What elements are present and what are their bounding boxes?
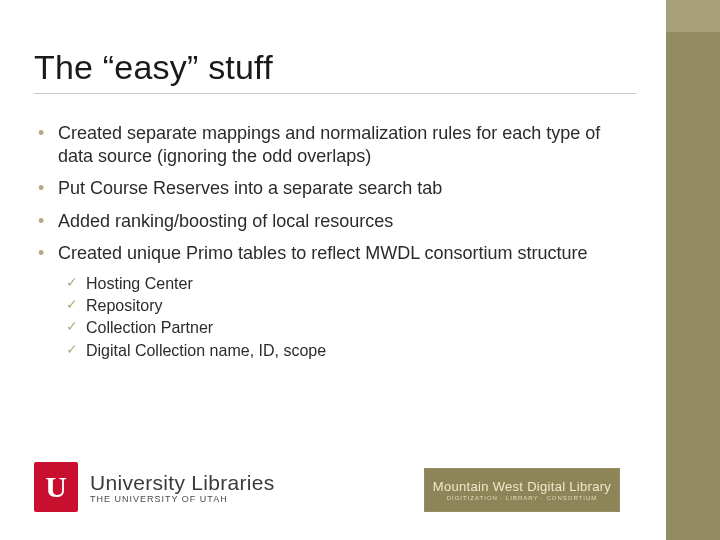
sub-bullet-text: Collection Partner — [86, 319, 213, 336]
university-logo-text: University Libraries THE UNIVERSITY OF U… — [90, 471, 275, 504]
sub-bullet-list: Hosting Center Repository Collection Par… — [64, 273, 636, 363]
bullet-list: Created separate mappings and normalizat… — [34, 122, 636, 362]
bullet-item: Added ranking/boosting of local resource… — [34, 210, 636, 233]
sub-bullet-item: Digital Collection name, ID, scope — [64, 340, 636, 362]
bullet-text: Added ranking/boosting of local resource… — [58, 211, 393, 231]
sub-bullet-text: Digital Collection name, ID, scope — [86, 342, 326, 359]
mwdl-logo-line1: Mountain West Digital Library — [433, 479, 611, 494]
sub-bullet-text: Repository — [86, 297, 162, 314]
bullet-text: Created unique Primo tables to reflect M… — [58, 243, 588, 263]
university-libraries-logo: U University Libraries THE UNIVERSITY OF… — [34, 462, 275, 512]
slide-content: The “easy” stuff Created separate mappin… — [34, 48, 636, 372]
u-block-icon: U — [34, 462, 78, 512]
university-logo-line2: THE UNIVERSITY OF UTAH — [90, 494, 275, 504]
mwdl-logo: Mountain West Digital Library DIGITIZATI… — [424, 468, 620, 512]
sub-bullet-item: Hosting Center — [64, 273, 636, 295]
accent-stripe — [666, 0, 720, 540]
bullet-item: Created unique Primo tables to reflect M… — [34, 242, 636, 362]
footer-logos: U University Libraries THE UNIVERSITY OF… — [34, 454, 620, 512]
sub-bullet-item: Repository — [64, 295, 636, 317]
bullet-text: Put Course Reserves into a separate sear… — [58, 178, 442, 198]
bullet-text: Created separate mappings and normalizat… — [58, 123, 600, 166]
sub-bullet-item: Collection Partner — [64, 317, 636, 339]
bullet-item: Created separate mappings and normalizat… — [34, 122, 636, 167]
title-rule — [34, 93, 636, 94]
mwdl-logo-line2: DIGITIZATION · LIBRARY · CONSORTIUM — [447, 495, 598, 501]
slide-title: The “easy” stuff — [34, 48, 636, 87]
sub-bullet-text: Hosting Center — [86, 275, 193, 292]
u-letter: U — [45, 470, 67, 504]
university-logo-line1: University Libraries — [90, 471, 275, 495]
bullet-item: Put Course Reserves into a separate sear… — [34, 177, 636, 200]
